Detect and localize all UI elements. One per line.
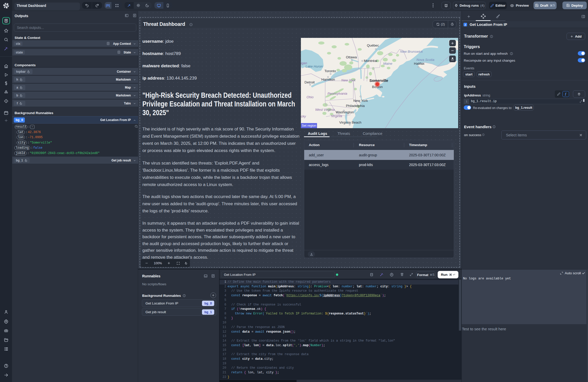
- svg-text:Philadelphia: Philadelphia: [346, 104, 365, 108]
- svg-text:cky: cky: [301, 114, 306, 118]
- svg-text:Toronto: Toronto: [324, 69, 336, 73]
- svg-text:New Brunswick: New Brunswick: [400, 50, 423, 53]
- svg-text:New York: New York: [341, 78, 356, 82]
- svg-text:Ohio: Ohio: [307, 95, 313, 99]
- svg-text:Virginia: Virginia: [331, 114, 342, 118]
- svg-text:Halifax: Halifax: [414, 62, 425, 66]
- svg-text:Maine: Maine: [383, 62, 392, 66]
- svg-text:Hamilton: Hamilton: [321, 78, 335, 81]
- svg-text:Nova Scotia: Nova Scotia: [416, 58, 434, 62]
- svg-text:New York: New York: [353, 99, 368, 103]
- svg-text:Virginia Beach: Virginia Beach: [339, 121, 361, 124]
- svg-text:Pennsylvania: Pennsylvania: [327, 92, 347, 95]
- svg-text:Ottawa: Ottawa: [346, 55, 357, 59]
- svg-text:Washington: Washington: [336, 110, 354, 114]
- svg-text:Québec: Québec: [367, 43, 379, 47]
- svg-text:Lake Huron: Lake Huron: [306, 64, 323, 68]
- svg-text:West Virginia: West Virginia: [315, 108, 335, 112]
- svg-text:Detroit: Detroit: [304, 80, 315, 84]
- svg-text:Montréal: Montréal: [364, 59, 377, 63]
